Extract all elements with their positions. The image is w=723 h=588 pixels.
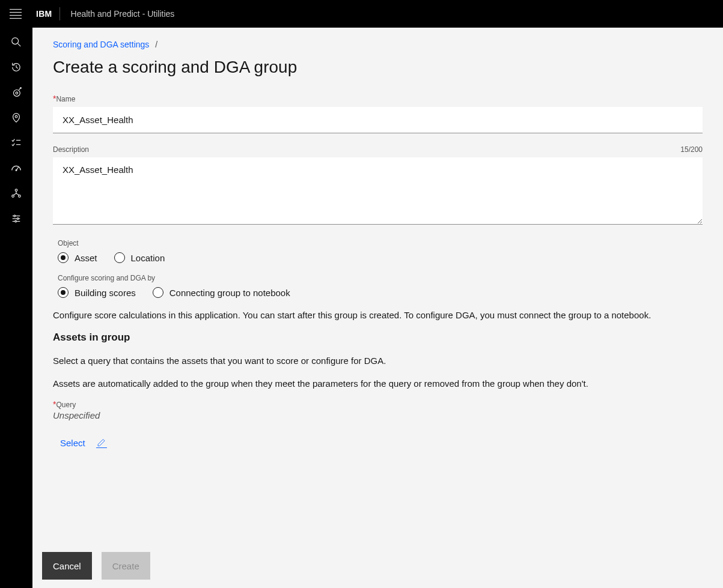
description-input[interactable] (53, 157, 703, 225)
svg-point-9 (15, 189, 17, 192)
radio-unchecked-icon (114, 252, 125, 263)
query-field: *Query Unspecified (53, 399, 703, 420)
brand-text: IBM (36, 9, 52, 19)
configure-helper-text: Configure score calculations in this app… (53, 309, 703, 322)
configure-radio-building[interactable]: Building scores (58, 287, 136, 298)
svg-point-0 (12, 38, 19, 44)
query-select-link[interactable]: Select (60, 438, 85, 448)
radio-label-building: Building scores (75, 288, 136, 298)
svg-point-4 (15, 115, 17, 118)
query-value: Unspecified (53, 410, 703, 420)
svg-point-17 (15, 220, 17, 222)
assets-text-1: Select a query that contains the assets … (53, 354, 703, 368)
target-icon[interactable] (10, 86, 22, 99)
breadcrumb-link[interactable]: Scoring and DGA settings (53, 40, 149, 49)
svg-point-11 (19, 195, 21, 198)
object-group-label: Object (58, 239, 703, 247)
top-header: IBM Health and Predict - Utilities (0, 0, 723, 28)
description-counter: 15/200 (680, 145, 703, 154)
checklist-icon[interactable] (10, 137, 22, 149)
radio-checked-icon (58, 287, 69, 298)
create-button[interactable]: Create (102, 552, 150, 580)
radio-label-asset: Asset (75, 253, 97, 263)
assets-text-2: Assets are automatically added to the gr… (53, 377, 703, 390)
breadcrumb: Scoring and DGA settings / (53, 40, 703, 49)
svg-point-3 (16, 92, 18, 94)
object-radio-asset[interactable]: Asset (58, 252, 97, 263)
app-title: Health and Predict - Utilities (71, 9, 175, 19)
assets-heading: Assets in group (53, 332, 703, 344)
name-field: *Name (53, 94, 703, 133)
configure-radio-notebook[interactable]: Connecting group to notebook (153, 287, 290, 298)
svg-point-8 (16, 170, 17, 171)
svg-point-13 (14, 215, 16, 217)
description-label: Description (53, 145, 89, 154)
breadcrumb-separator: / (155, 40, 157, 49)
header-divider (59, 7, 60, 20)
query-label-text: Query (56, 401, 76, 409)
configure-group-label: Configure scoring and DGA by (58, 274, 703, 282)
svg-line-1 (18, 44, 21, 47)
object-radio-location[interactable]: Location (114, 252, 165, 263)
radio-label-notebook: Connecting group to notebook (169, 288, 290, 298)
svg-point-15 (17, 218, 19, 220)
configure-radio-group: Configure scoring and DGA by Building sc… (58, 274, 703, 298)
left-sidebar (0, 28, 32, 588)
cancel-button[interactable]: Cancel (42, 552, 92, 580)
radio-label-location: Location (131, 253, 165, 263)
main-content: Scoring and DGA settings / Create a scor… (32, 28, 723, 588)
radio-checked-icon (58, 252, 69, 263)
history-icon[interactable] (10, 61, 22, 73)
footer-actions: Cancel Create (42, 552, 150, 580)
svg-point-2 (14, 90, 20, 97)
name-input[interactable] (53, 107, 703, 133)
query-select-row: Select (53, 437, 703, 448)
location-pin-icon[interactable] (10, 112, 22, 124)
search-icon[interactable] (10, 36, 22, 48)
object-radio-group: Object Asset Location (58, 239, 703, 263)
gauge-icon[interactable] (10, 162, 22, 174)
sliders-icon[interactable] (10, 213, 22, 225)
connect-icon[interactable] (10, 187, 22, 199)
page-title: Create a scoring and DGA group (53, 58, 703, 77)
edit-icon[interactable] (96, 437, 107, 448)
description-field: Description 15/200 (53, 145, 703, 227)
svg-point-10 (12, 195, 14, 198)
query-label: *Query (53, 399, 703, 409)
radio-unchecked-icon (153, 287, 163, 298)
name-label: *Name (53, 94, 703, 103)
name-label-text: Name (56, 95, 75, 103)
hamburger-menu-icon[interactable] (10, 8, 22, 20)
